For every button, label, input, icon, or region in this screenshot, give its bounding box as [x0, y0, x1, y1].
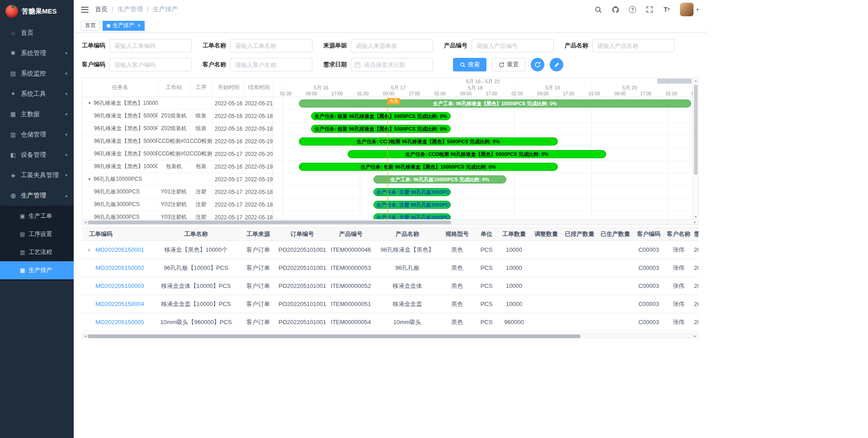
- orders-row: MO202205150004移液盒盒盖【10000】PCS客户订单PO20220…: [82, 295, 698, 313]
- sidebar-item-system-management[interactable]: ✱系统管理▾: [0, 43, 74, 63]
- search-icon[interactable]: [594, 5, 602, 14]
- gantt-task-row[interactable]: 96孔孔板3000PCSY03注塑机注塑2022-05-172022-05-18: [82, 211, 273, 219]
- github-icon[interactable]: [611, 5, 619, 14]
- close-icon[interactable]: ×: [137, 23, 141, 29]
- reset-button[interactable]: 重置: [492, 58, 525, 71]
- scrollbar-thumb[interactable]: [88, 221, 451, 224]
- gantt-horizontal-scrollbar[interactable]: ◄ ►: [82, 220, 698, 225]
- gantt-order-bar[interactable]: 生产工单: 96孔移液盒【黑色】10000PCS 完成比例: 0%: [299, 99, 692, 108]
- gantt-vertical-scrollbar[interactable]: ▲ ▼: [693, 78, 698, 219]
- sidebar-item-label: 系统工具: [21, 90, 62, 98]
- gantt-task-bar[interactable]: 生产任务: CCD检测 96孔移液盒【黑色】5000PCS 完成比例: 0%: [299, 137, 558, 146]
- search-button[interactable]: 搜索: [453, 58, 486, 71]
- sidebar-subitem-process-flow[interactable]: ▥工艺流程: [0, 243, 74, 261]
- gantt-task-bar[interactable]: 生产任务: 组装 96孔移液盒【黑色】5000PCS 完成比例: 0%: [311, 112, 450, 120]
- sidebar-item-warehouse-management[interactable]: ▥仓储管理▾: [0, 124, 74, 145]
- gantt-task-bar[interactable]: 生产任务: 注塑 96孔孔板3000PCS 完成比例: 0%: [373, 188, 451, 196]
- filter-input-work-order-code[interactable]: [109, 39, 192, 52]
- scroll-left-icon[interactable]: ◄: [84, 334, 87, 339]
- order-code-link[interactable]: MO202205150005: [95, 319, 144, 325]
- sidebar-item-label: 首页: [21, 29, 67, 37]
- filter-input-demand-date[interactable]: [351, 58, 433, 71]
- refresh-button[interactable]: [531, 58, 544, 71]
- fullscreen-icon[interactable]: [646, 5, 654, 14]
- breadcrumb-production[interactable]: 生产管理: [118, 5, 143, 14]
- gantt-task-cell: [158, 173, 190, 185]
- order-code-link[interactable]: MO202205150003: [95, 283, 144, 289]
- scrollbar-thumb[interactable]: [694, 85, 698, 175]
- filter-input-customer-name[interactable]: [230, 58, 312, 71]
- order-code-link[interactable]: MO202205150002: [95, 264, 144, 271]
- app-title: 苦糖果MES: [22, 7, 57, 16]
- gantt-task-row[interactable]: 96孔移液盒【黑色】10000PCS包装机包装2022-05-162022-05…: [82, 160, 273, 173]
- gantt-task-name: ▼96孔移液盒【黑色】10000PCS: [82, 97, 158, 109]
- scroll-left-icon[interactable]: ◄: [84, 220, 87, 225]
- gantt-order-bar[interactable]: 生产工单: 96孔孔板10000PCS 完成比例: 0%: [373, 175, 506, 184]
- order-code-link[interactable]: MO202205150004: [95, 301, 144, 307]
- gantt-task-cell: 2022-05-18: [245, 211, 273, 219]
- gantt-task-row[interactable]: 96孔移液盒【黑色】5000PCSZ01组装机组装2022-05-162022-…: [82, 110, 273, 122]
- app-logo-row[interactable]: 苦糖果MES: [0, 0, 74, 23]
- caret-down-icon[interactable]: ∨: [87, 247, 93, 252]
- gantt-task-bar[interactable]: 生产任务: CCD检测 96孔移液盒【黑色】5000PCS 完成比例: 0%: [348, 150, 606, 158]
- breadcrumb-home[interactable]: 首页: [95, 5, 108, 14]
- filter-field-customer-code: 客户编码: [82, 58, 192, 71]
- gantt-task-row[interactable]: 96孔移液盒【黑色】5000PCSCCD检测#02CCD检测2022-05-17…: [82, 148, 273, 160]
- orders-cell: 960000: [498, 319, 530, 325]
- sidebar-item-system-tools[interactable]: ✦系统工具▾: [0, 84, 74, 104]
- today-label: 今天: [387, 98, 400, 104]
- scroll-right-icon[interactable]: ►: [693, 334, 697, 339]
- sidebar-item-master-data[interactable]: ▦主数据▾: [0, 104, 74, 124]
- avatar[interactable]: [680, 3, 693, 16]
- sidebar-subitem-process-settings[interactable]: ▤工序设置: [0, 225, 74, 243]
- order-code-link[interactable]: MO202205150001: [95, 246, 144, 253]
- gantt-task-cell: [190, 173, 212, 185]
- tab-home[interactable]: 首页: [81, 21, 100, 31]
- user-menu[interactable]: ▼: [680, 3, 699, 16]
- gantt-task-row[interactable]: 96孔移液盒【黑色】5000PCSCCD检测#01CCD检测2022-05-16…: [82, 135, 273, 148]
- filter-input-product-code[interactable]: [472, 39, 554, 52]
- gantt-day-label: 5月 18: [437, 85, 514, 91]
- gantt-task-bar[interactable]: 生产任务: 组装 96孔移液盒【黑色】5000PCS 完成比例: 0%: [311, 125, 450, 133]
- gantt-task-bar[interactable]: 生产任务: 包装 96孔移液盒【黑色】10000PCS 完成比例: 0%: [299, 163, 558, 171]
- edit-button[interactable]: [550, 58, 563, 71]
- sidebar-item-fixture-management[interactable]: ◈工装夹具管理▾: [0, 165, 74, 185]
- sidebar-toggle-icon[interactable]: [81, 7, 89, 13]
- caret-down-icon[interactable]: ▼: [88, 101, 91, 105]
- filter-input-product-name[interactable]: [592, 39, 675, 52]
- sidebar-subitem-scheduling[interactable]: ▦生产排产: [0, 261, 74, 279]
- main-area: 首页 / 生产管理 / 生产排产 ? TT: [74, 0, 707, 438]
- filter-input-source-doc[interactable]: [351, 39, 433, 52]
- tab-home-label: 首页: [85, 22, 96, 29]
- sidebar-item-home[interactable]: ⌂首页: [0, 23, 74, 43]
- filter-input-customer-code[interactable]: [109, 58, 192, 71]
- sidebar-menu: ⌂首页✱系统管理▾▤系统监控▾✦系统工具▾▦主数据▾▥仓储管理▾◧设备管理▾◈工…: [0, 23, 74, 281]
- help-icon[interactable]: ?: [628, 5, 637, 14]
- gantt-task-row[interactable]: 96孔移液盒【黑色】5000PCSZ02组装机组装2022-05-162022-…: [82, 122, 273, 135]
- orders-horizontal-scrollbar[interactable]: ◄ ►: [82, 333, 698, 339]
- gantt-task-row[interactable]: 96孔孔板3000PCSY02注塑机注塑2022-05-172022-05-18: [82, 198, 273, 211]
- sidebar-subitem-work-order[interactable]: ▣生产工单: [0, 207, 74, 225]
- sidebar-item-production-management[interactable]: ◎生产管理▴: [0, 185, 74, 206]
- tab-scheduling[interactable]: 生产排产 ×: [103, 21, 145, 31]
- caret-down-icon[interactable]: ▼: [88, 177, 91, 181]
- scroll-right-icon[interactable]: ►: [693, 220, 697, 225]
- gantt-task-bar[interactable]: 生产任务: 注塑 96孔孔板3000PCS 完成比例: 0%: [373, 213, 451, 219]
- scroll-up-icon[interactable]: ▲: [693, 79, 698, 82]
- gantt-task-bar[interactable]: 生产任务: 注塑 96孔孔板3000PCS 完成比例: 0%: [373, 201, 451, 209]
- timeline-scroll-handle[interactable]: [657, 79, 692, 84]
- font-size-icon[interactable]: TT: [663, 5, 671, 14]
- gantt-task-row[interactable]: ▼96孔移液盒【黑色】10000PCS2022-05-162022-05-21: [82, 97, 273, 110]
- gantt-task-row[interactable]: 96孔孔板3000PCSY01注塑机注塑2022-05-172022-05-18: [82, 186, 273, 198]
- scroll-down-icon[interactable]: ▼: [693, 215, 698, 218]
- sidebar-item-system-monitoring[interactable]: ▤系统监控▾: [0, 63, 74, 84]
- scrollbar-thumb[interactable]: [88, 334, 580, 338]
- gantt-task-row[interactable]: ▼96孔孔板10000PCS2022-05-172022-05-19: [82, 173, 273, 186]
- sidebar-item-equipment-management[interactable]: ◧设备管理▾: [0, 145, 74, 165]
- gantt-timeline: 5月 16 - 5月 22 5月 165月 175月 185月 195月 20 …: [273, 78, 693, 219]
- filter-input-work-order-name[interactable]: [230, 39, 312, 52]
- orders-cell: C00003: [633, 319, 664, 325]
- database-icon: ▦: [9, 111, 17, 118]
- tab-scheduling-label: 生产排产: [113, 22, 134, 29]
- gantt-table-body: ▼96孔移液盒【黑色】10000PCS2022-05-162022-05-219…: [82, 97, 273, 219]
